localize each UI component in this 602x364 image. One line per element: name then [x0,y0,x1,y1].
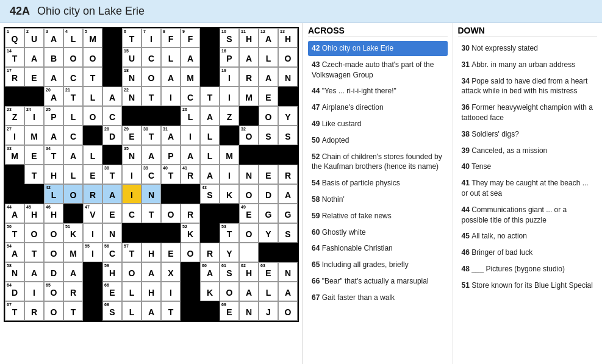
clue-item[interactable]: 51 Store known for its Blue Light Specia… [458,278,598,293]
grid-cell[interactable]: L [122,282,142,301]
grid-cell[interactable]: O [278,301,298,321]
clue-item[interactable]: 67 Gait faster than a walk [308,290,448,305]
grid-cell[interactable]: 16P [220,48,239,67]
grid-cell[interactable]: 28D [102,126,122,145]
grid-cell[interactable]: E [24,67,44,87]
clue-item[interactable]: 44 "Yes ... ri-i-i-ight there!" [308,84,448,99]
grid-cell[interactable]: A [63,262,83,282]
grid-cell[interactable]: 26L [181,106,200,126]
grid-cell[interactable]: I [122,165,142,184]
grid-cell[interactable]: 46H [44,204,63,223]
grid-cell[interactable]: 60A [200,262,220,282]
grid-cell[interactable]: N [239,165,259,184]
clue-item[interactable]: 36 Former heavyweight champion with a ta… [458,100,598,126]
grid-cell[interactable]: E [259,165,278,184]
grid-cell[interactable]: O [44,223,63,243]
grid-cell[interactable]: M [220,145,239,165]
grid-cell[interactable]: 24I [24,106,44,126]
grid-cell[interactable]: 45H [24,204,44,223]
grid-cell[interactable]: E [161,243,181,262]
grid-cell[interactable] [83,301,102,321]
grid-cell[interactable]: 19I [220,67,239,87]
grid-cell[interactable]: I [24,282,44,301]
grid-cell[interactable]: 33M [5,145,24,165]
clue-item[interactable]: 50 Adopted [308,133,448,148]
grid-cell[interactable]: O [181,243,200,262]
clue-item[interactable]: 65 Including all grades, briefly [308,257,448,273]
grid-cell[interactable]: 32O [239,126,259,145]
grid-cell[interactable]: 18N [122,67,142,87]
grid-cell[interactable]: 3A [44,28,63,48]
grid-cell[interactable]: L [83,145,102,165]
grid-cell[interactable]: 59H [102,262,122,282]
grid-cell[interactable]: 11H [239,28,259,48]
grid-cell[interactable] [278,145,298,165]
clue-item[interactable]: 31 Abbr. in many an urban address [458,57,598,73]
grid-cell[interactable]: A [44,126,63,145]
grid-cell[interactable] [200,28,220,48]
grid-cell[interactable]: L [63,165,83,184]
grid-cell[interactable]: S [278,223,298,243]
grid-cell[interactable]: 22N [122,87,142,106]
grid-cell[interactable]: B [44,48,63,67]
grid-cell[interactable] [200,48,220,67]
grid-cell[interactable]: 47V [83,204,102,223]
grid-cell[interactable]: 39C [142,165,161,184]
grid-cell[interactable]: 62H [239,262,259,282]
grid-cell[interactable]: 54A [5,243,24,262]
grid-cell[interactable] [239,243,259,262]
grid-cell[interactable]: 64D [5,282,24,301]
grid-cell[interactable]: A [142,262,161,282]
grid-cell[interactable]: 41R [181,165,200,184]
grid-cell[interactable]: 65O [44,282,63,301]
grid-cell[interactable] [102,67,122,87]
grid-cell[interactable] [239,145,259,165]
grid-cell[interactable]: A [278,282,298,301]
grid-cell[interactable]: K [220,184,239,204]
grid-cell[interactable] [102,48,122,67]
grid-cell[interactable]: C [102,106,122,126]
grid-cell[interactable]: H [142,243,161,262]
grid-cell[interactable]: 55I [83,243,102,262]
grid-cell[interactable] [24,87,44,106]
grid-cell[interactable] [161,223,181,243]
grid-cell[interactable]: L [200,145,220,165]
grid-cell[interactable]: 53T [220,223,239,243]
grid-cell[interactable]: 61S [220,262,239,282]
grid-cell[interactable]: O [44,301,63,321]
grid-cell[interactable]: 15U [122,48,142,67]
grid-cell[interactable]: 31A [161,126,181,145]
grid-cell[interactable]: 43S [200,184,220,204]
grid-cell[interactable]: D [44,262,63,282]
grid-cell[interactable]: A [181,48,200,67]
grid-cell[interactable]: C [181,87,200,106]
grid-cell[interactable] [278,87,298,106]
grid-cell[interactable] [200,67,220,87]
clue-item[interactable]: 44 Communications giant ... or a possibl… [458,202,598,228]
grid-cell[interactable] [259,145,278,165]
grid-cell[interactable]: 6T [122,28,142,48]
grid-cell[interactable]: 9F [181,28,200,48]
grid-cell[interactable]: O [122,262,142,282]
grid-cell[interactable]: 68S [102,301,122,321]
clue-item[interactable]: 46 Bringer of bad luck [458,245,598,260]
crossword-grid[interactable]: 1Q2U3A4L5M6T7I8F9F10S11H12A13H14TABOO15U… [4,27,299,322]
grid-cell[interactable]: S [278,126,298,145]
grid-cell[interactable] [102,28,122,48]
grid-cell[interactable]: A [181,145,200,165]
grid-cell[interactable]: 21T [63,87,83,106]
grid-cell[interactable]: C [142,48,161,67]
grid-cell[interactable]: R [63,282,83,301]
grid-cell[interactable]: O [239,184,259,204]
grid-cell[interactable]: C [63,67,83,87]
grid-cell[interactable]: X [161,262,181,282]
grid-cell[interactable]: C [63,126,83,145]
grid-cell[interactable]: O [63,48,83,67]
clue-item[interactable]: 47 Airplane's direction [308,100,448,115]
grid-cell[interactable]: T [200,87,220,106]
grid-cell[interactable] [83,282,102,301]
grid-cell[interactable]: J [259,301,278,321]
grid-cell[interactable] [161,106,181,126]
grid-cell[interactable]: T [161,301,181,321]
grid-cell[interactable]: O [24,223,44,243]
